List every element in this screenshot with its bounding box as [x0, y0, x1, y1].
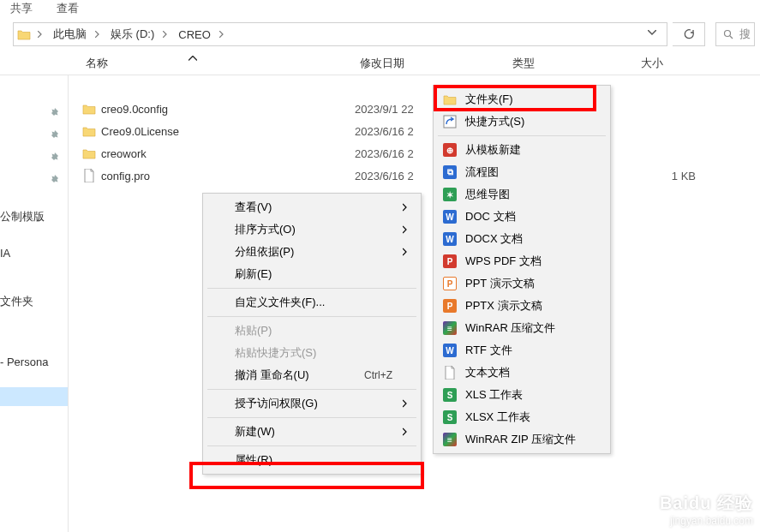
- xls-icon: S: [441, 386, 458, 403]
- folder-icon: [441, 91, 458, 108]
- menu-separator: [438, 135, 606, 136]
- watermark-sub: jingyan.baidu.com: [660, 515, 753, 527]
- header-date[interactable]: 修改日期: [355, 51, 507, 75]
- tab-view[interactable]: 查看: [57, 1, 79, 16]
- menu-label: 自定义文件夹(F)...: [235, 295, 325, 310]
- crumb-this-pc[interactable]: 此电脑: [50, 23, 90, 45]
- chevron-right-icon[interactable]: [158, 23, 175, 45]
- address-bar[interactable]: 此电脑 娱乐 (D:) CREO: [13, 22, 667, 46]
- menu-label: 粘贴快捷方式(S): [235, 345, 316, 361]
- header-size[interactable]: 大小: [636, 51, 704, 75]
- folder-icon: [81, 103, 98, 115]
- file-row[interactable]: config.pro 2023/6/16 2 1 KB: [69, 164, 760, 187]
- nav-group[interactable]: 文件夹: [0, 290, 68, 313]
- menu-new[interactable]: 新建(W): [206, 421, 418, 443]
- chevron-down-icon[interactable]: [33, 23, 50, 45]
- shortcut-icon: [441, 113, 458, 130]
- txt-icon: [441, 364, 458, 381]
- zip-icon: ≡: [441, 431, 458, 448]
- refresh-button[interactable]: [673, 22, 705, 46]
- menu-label: WPS PDF 文档: [465, 254, 542, 269]
- menu-separator: [207, 445, 416, 446]
- menu-properties[interactable]: 属性(R): [206, 449, 418, 471]
- menu-label: 刷新(E): [235, 266, 272, 282]
- header-name[interactable]: 名称: [81, 51, 355, 75]
- rtf-icon: W: [441, 342, 458, 359]
- doc-icon: W: [441, 208, 458, 225]
- menu-label: 授予访问权限(G): [235, 396, 318, 411]
- search-icon: [723, 29, 734, 40]
- menu-label: WinRAR ZIP 压缩文件: [465, 432, 576, 447]
- menu-label: 分组依据(P): [235, 244, 294, 260]
- menu-sort[interactable]: 排序方式(O): [206, 218, 418, 241]
- nav-group-selected[interactable]: [0, 387, 68, 406]
- menu-separator: [207, 389, 416, 390]
- pinned-item[interactable]: [0, 101, 68, 123]
- menu-view[interactable]: 查看(V): [206, 196, 418, 218]
- menu-label: RTF 文件: [465, 343, 512, 358]
- menu-paste-shortcut: 粘贴快捷方式(S): [206, 342, 418, 364]
- menu-paste: 粘贴(P): [206, 320, 418, 342]
- chevron-right-icon: [403, 246, 410, 259]
- folder-icon: [81, 125, 98, 137]
- menu-new-docx[interactable]: WDOCX 文档: [436, 228, 607, 250]
- header-type[interactable]: 类型: [507, 51, 636, 75]
- nav-group[interactable]: - Persona: [0, 352, 68, 372]
- menu-new-flowchart[interactable]: ⧉流程图: [436, 161, 607, 183]
- chevron-right-icon[interactable]: [214, 23, 231, 45]
- menu-new-pptx[interactable]: PPPTX 演示文稿: [436, 295, 607, 317]
- file-size: 1 KB: [636, 170, 704, 182]
- chevron-right-icon[interactable]: [90, 23, 107, 45]
- sort-indicator-icon: [189, 51, 197, 63]
- file-name: config.pro: [101, 170, 355, 182]
- menu-label: XLS 工作表: [465, 387, 523, 403]
- crumb-folder[interactable]: CREO: [175, 23, 214, 45]
- menu-new-template[interactable]: ⊕从模板新建: [436, 139, 607, 161]
- pinned-item[interactable]: [0, 146, 68, 168]
- menu-new-rtf[interactable]: WRTF 文件: [436, 339, 607, 362]
- menu-new-zip[interactable]: ≡WinRAR ZIP 压缩文件: [436, 428, 607, 451]
- chevron-right-icon: [403, 201, 410, 214]
- file-row[interactable]: creo9.0config 2023/9/1 22: [69, 98, 760, 120]
- menu-new-mindmap[interactable]: ✶思维导图: [436, 183, 607, 206]
- nav-group[interactable]: IA: [0, 243, 68, 263]
- flowchart-icon: ⧉: [441, 164, 458, 181]
- menu-customize-folder[interactable]: 自定义文件夹(F)...: [206, 291, 418, 314]
- menu-shortcut: Ctrl+Z: [364, 369, 392, 381]
- crumb-drive[interactable]: 娱乐 (D:): [107, 23, 158, 45]
- menu-undo[interactable]: 撤消 重命名(U)Ctrl+Z: [206, 364, 418, 386]
- menu-new-shortcut[interactable]: 快捷方式(S): [436, 111, 607, 133]
- nav-group[interactable]: 公制模版: [0, 206, 68, 228]
- menu-new-folder[interactable]: 文件夹(F): [436, 88, 607, 111]
- menu-separator: [207, 316, 416, 317]
- menu-new-xlsx[interactable]: SXLSX 工作表: [436, 406, 607, 428]
- chevron-right-icon: [403, 426, 410, 439]
- menu-group[interactable]: 分组依据(P): [206, 241, 418, 263]
- menu-new-ppt[interactable]: PPPT 演示文稿: [436, 272, 607, 295]
- tab-share[interactable]: 共享: [10, 1, 33, 16]
- menu-label: 思维导图: [465, 187, 510, 202]
- pinned-item[interactable]: [0, 168, 68, 190]
- menu-access[interactable]: 授予访问权限(G): [206, 392, 418, 415]
- file-name: creo9.0config: [101, 103, 355, 116]
- menu-separator: [207, 288, 416, 289]
- history-dropdown-icon[interactable]: [639, 23, 665, 45]
- file-row[interactable]: Creo9.0License 2023/6/16 2: [69, 120, 760, 142]
- menu-refresh[interactable]: 刷新(E): [206, 263, 418, 285]
- chevron-right-icon: [403, 224, 410, 236]
- menu-label: 排序方式(O): [235, 222, 296, 237]
- pinned-item[interactable]: [0, 123, 68, 146]
- watermark: Baidu 经验 jingyan.baidu.com: [660, 492, 753, 527]
- menu-new-wpspdf[interactable]: PWPS PDF 文档: [436, 250, 607, 272]
- rar-icon: ≡: [441, 320, 458, 337]
- menu-new-doc[interactable]: WDOC 文档: [436, 206, 607, 228]
- file-name: Creo9.0License: [101, 125, 355, 138]
- file-row[interactable]: creowork 2023/6/16 2: [69, 142, 760, 164]
- menu-label: 快捷方式(S): [465, 114, 524, 129]
- menu-label: WinRAR 压缩文件: [465, 320, 555, 336]
- menu-new-txt[interactable]: 文本文档: [436, 362, 607, 384]
- menu-new-xls[interactable]: SXLS 工作表: [436, 384, 607, 406]
- menu-new-rar[interactable]: ≡WinRAR 压缩文件: [436, 317, 607, 339]
- search-input[interactable]: 搜: [715, 22, 755, 46]
- menu-label: 流程图: [465, 164, 499, 180]
